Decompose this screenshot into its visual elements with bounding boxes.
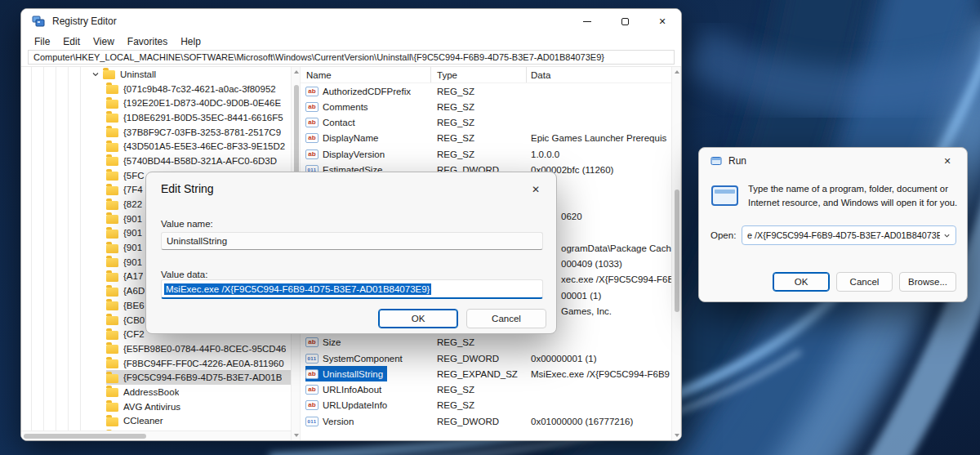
string-value-icon: ab <box>305 369 318 379</box>
open-combobox-value: e /X{F9C5C994-F6B9-4D75-B3E7-AD01B84073E… <box>747 230 940 240</box>
value-data: 1.0.0.0 <box>527 149 671 159</box>
run-close-button[interactable]: ✕ <box>936 151 959 171</box>
tree-item-label: {901 <box>123 243 142 252</box>
tree-item-label: {822 <box>123 199 142 209</box>
scroll-up-icon[interactable] <box>675 70 679 74</box>
tree-item[interactable]: Uninstall <box>21 67 291 82</box>
dialog-title: Edit String <box>161 182 214 195</box>
folder-icon <box>106 230 118 239</box>
tree-horizontal-scrollbar-thumb[interactable] <box>24 434 146 439</box>
value-name: DisplayVersion <box>323 149 385 159</box>
tree-item-label: {43D501A5-E5E3-46EC-8F33-9E15D2 <box>123 141 285 151</box>
scroll-down-icon[interactable] <box>294 434 299 437</box>
tree-item[interactable]: {071c9b48-7c32-4621-a0ac-3f80952 <box>21 82 291 96</box>
folder-icon <box>106 244 118 253</box>
tree-item[interactable]: {F8BC94FF-FF0C-4226-AE0A-811960 <box>21 356 291 371</box>
value-type: REG_SZ <box>431 118 527 127</box>
scroll-up-icon[interactable] <box>294 70 299 74</box>
run-cancel-button[interactable]: Cancel <box>836 272 893 292</box>
string-value-icon: ab <box>305 337 318 347</box>
folder-icon <box>106 301 118 310</box>
value-type: REG_SZ <box>431 400 527 410</box>
value-name: Contact <box>323 118 355 127</box>
registry-titlebar[interactable]: Registry Editor ✕ <box>21 9 681 33</box>
tree-item[interactable]: {37B8F9C7-03FB-3253-8781-2517C9 <box>21 125 291 140</box>
menu-help[interactable]: Help <box>174 36 207 47</box>
registry-value-row[interactable]: 011 SystemComponent REG_DWORD 0x00000001… <box>301 350 671 366</box>
tree-item-label: {192E20E1-D873-40DC-9D0B-0E46E <box>123 98 281 108</box>
registry-editor-icon <box>32 15 45 28</box>
string-value-icon: ab <box>305 102 318 112</box>
tree-item[interactable]: AddressBook <box>21 385 291 399</box>
registry-value-row[interactable]: ab Size REG_SZ <box>301 335 671 350</box>
tree-item[interactable]: {1D8E6291-B0D5-35EC-8441-6616F5 <box>21 110 291 125</box>
registry-value-row[interactable]: 011 Version REG_DWORD 0x01000000 (167772… <box>301 413 671 429</box>
value-data-field[interactable]: MsiExec.exe /X{F9C5C994-F6B9-4D75-B3E7-A… <box>161 279 543 299</box>
folder-icon <box>106 374 118 383</box>
menu-file[interactable]: File <box>28 36 56 47</box>
run-titlebar[interactable]: Run ✕ <box>699 148 967 174</box>
open-combobox[interactable]: e /X{F9C5C994-F6B9-4D75-B3E7-AD01B84073E… <box>742 225 956 245</box>
tree-item[interactable]: AVG Antivirus <box>21 399 291 414</box>
chevron-down-icon[interactable] <box>943 232 951 239</box>
folder-icon <box>106 201 118 210</box>
registry-value-row[interactable]: ab DisplayVersion REG_SZ 1.0.0.0 <box>301 146 671 162</box>
list-vertical-scrollbar-thumb[interactable] <box>675 190 679 312</box>
close-button[interactable]: ✕ <box>644 9 681 33</box>
folder-icon <box>106 388 118 397</box>
tree-item[interactable]: {F9C5C994-F6B9-4D75-B3E7-AD01B <box>21 370 291 385</box>
column-header-type[interactable]: Type <box>431 67 527 83</box>
tree-item-label: {CB0 <box>123 315 145 325</box>
value-type: REG_EXPAND_SZ <box>431 369 527 379</box>
registry-value-row[interactable]: ab Comments REG_SZ <box>301 99 671 114</box>
maximize-button[interactable] <box>606 9 644 33</box>
registry-value-row[interactable]: ab URLUpdateInfo REG_SZ <box>301 398 671 413</box>
ok-button[interactable]: OK <box>378 309 458 328</box>
menu-view[interactable]: View <box>87 36 121 47</box>
value-type: REG_SZ <box>431 87 527 96</box>
tree-item-label: {5FC <box>123 171 145 181</box>
registry-value-row[interactable]: ab URLInfoAbout REG_SZ <box>301 381 671 397</box>
value-name-field[interactable]: UninstallString <box>161 232 543 250</box>
tree-item[interactable]: {192E20E1-D873-40DC-9D0B-0E46E <box>21 96 291 110</box>
value-name: AuthorizedCDFPrefix <box>323 87 411 96</box>
tree-item[interactable]: {E5FB98E0-0784-44F0-8CEC-95CD46 <box>21 341 291 356</box>
chevron-down-icon[interactable] <box>88 70 103 78</box>
registry-value-row[interactable]: ab UninstallString REG_EXPAND_SZ MsiExec… <box>301 366 671 381</box>
run-browse-button[interactable]: Browse... <box>899 272 956 292</box>
tree-item[interactable]: CCleaner <box>21 414 291 429</box>
registry-value-row[interactable]: ab Contact REG_SZ <box>301 114 671 130</box>
tree-item[interactable]: {5740BD44-B58D-321A-AFC0-6D3D <box>21 154 291 168</box>
value-data-label: Value data: <box>161 270 207 279</box>
dialog-close-button[interactable]: ✕ <box>523 179 548 200</box>
cancel-button[interactable]: Cancel <box>466 309 546 328</box>
folder-icon <box>106 403 118 412</box>
value-type: REG_SZ <box>431 337 527 347</box>
run-icon <box>710 155 722 167</box>
column-header-data[interactable]: Data <box>527 67 671 83</box>
tree-horizontal-scrollbar[interactable] <box>21 430 291 440</box>
column-header-name[interactable]: Name <box>301 67 431 83</box>
tree-item[interactable]: {43D501A5-E5E3-46EC-8F33-9E15D2 <box>21 139 291 154</box>
registry-value-row[interactable]: ab DisplayName REG_SZ Epic Games Launche… <box>301 131 671 146</box>
folder-icon <box>106 186 118 195</box>
open-label: Open: <box>710 230 736 240</box>
run-ok-button[interactable]: OK <box>773 272 830 292</box>
value-name-label: Value name: <box>161 219 213 229</box>
folder-icon <box>106 345 118 354</box>
string-value-icon: ab <box>305 87 318 96</box>
folder-icon <box>106 359 118 368</box>
registry-value-row[interactable]: ab AuthorizedCDFPrefix REG_SZ <box>301 83 671 99</box>
address-bar[interactable]: Computer\HKEY_LOCAL_MACHINE\SOFTWARE\Mic… <box>28 50 675 65</box>
scroll-down-icon[interactable] <box>675 434 679 437</box>
value-type: REG_DWORD <box>431 354 527 364</box>
folder-icon <box>106 331 118 340</box>
address-bar-container: Computer\HKEY_LOCAL_MACHINE\SOFTWARE\Mic… <box>21 50 681 67</box>
menu-edit[interactable]: Edit <box>56 36 87 47</box>
desktop: Registry Editor ✕ File Edit View Favorit… <box>0 0 980 455</box>
minimize-button[interactable] <box>568 9 606 33</box>
list-vertical-scrollbar[interactable] <box>671 67 681 440</box>
folder-icon <box>106 316 118 325</box>
menu-favorites[interactable]: Favorites <box>121 36 174 47</box>
value-data: 0x00000001 (1) <box>527 354 671 364</box>
